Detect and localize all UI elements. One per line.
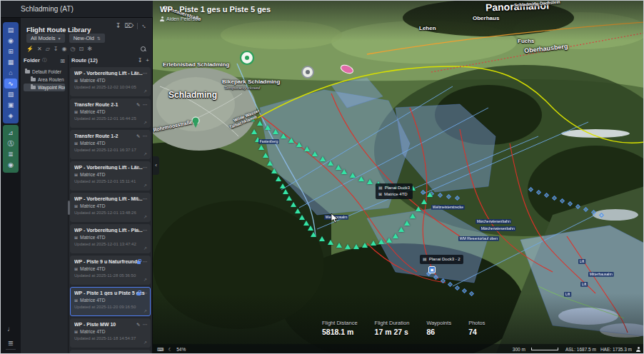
waypoint-marker[interactable] bbox=[319, 236, 325, 241]
pilots-icon[interactable]: ◉ bbox=[4, 36, 17, 46]
report-icon[interactable]: ≣ bbox=[4, 149, 17, 159]
waypoint-marker[interactable] bbox=[358, 176, 364, 181]
waypoint-marker[interactable] bbox=[280, 183, 286, 188]
filter-clock-icon[interactable]: ◷ bbox=[71, 46, 76, 52]
filter-download-icon[interactable]: ↧ bbox=[54, 46, 59, 52]
waypoint-marker[interactable] bbox=[398, 227, 404, 232]
filter-frame-icon[interactable]: ⊡ bbox=[79, 46, 84, 52]
more-icon[interactable]: ⋯ bbox=[143, 290, 148, 296]
waypoint-marker[interactable] bbox=[328, 240, 333, 245]
waypoint-marker[interactable] bbox=[273, 129, 278, 134]
more-icon[interactable]: ⋯ bbox=[143, 71, 148, 76]
search-icon[interactable] bbox=[141, 46, 146, 52]
edit-icon[interactable]: ✎ bbox=[136, 228, 140, 233]
share-icon[interactable]: ↗ bbox=[144, 120, 147, 125]
route-card[interactable]: WP - Vorbereitung Lift - Mit...✎⋯⊠Matric… bbox=[70, 193, 151, 222]
panel-collapse-handle[interactable]: ‹ bbox=[153, 156, 159, 175]
map-viewport[interactable]: WP - Piste 1 ges u Piste 5 ges Aiden Pet… bbox=[153, 1, 644, 354]
import-route-icon[interactable]: ↧ bbox=[138, 57, 143, 64]
folder-tree-item[interactable]: Waypoint Routen bbox=[24, 84, 65, 91]
edit-icon[interactable]: ✎ bbox=[136, 196, 140, 202]
route-card[interactable]: WP - Vorbereitung Lift - Lär...✎⋯⊠Matric… bbox=[70, 67, 151, 96]
more-icon[interactable]: ⋯ bbox=[143, 322, 148, 328]
folder-tree-item[interactable]: Area Routen bbox=[24, 76, 65, 84]
waypoint-marker[interactable] bbox=[308, 226, 313, 231]
route-card[interactable]: Transfer Route 1-2✎⋯⊠Matrice 4TDUpdated … bbox=[70, 130, 151, 159]
share-icon[interactable]: ↗ bbox=[144, 246, 147, 251]
share-icon[interactable]: ↗ bbox=[144, 88, 147, 93]
waypoint-marker[interactable] bbox=[304, 146, 310, 151]
waypoint-marker[interactable] bbox=[328, 161, 333, 166]
overview-icon[interactable]: ▤ bbox=[4, 25, 17, 35]
waypoint-marker[interactable] bbox=[367, 179, 373, 184]
waypoint-marker[interactable] bbox=[291, 202, 296, 207]
filter-gear-icon[interactable]: ✻ bbox=[87, 46, 92, 52]
waypoint-marker[interactable] bbox=[263, 153, 268, 158]
share-icon[interactable]: ↗ bbox=[144, 214, 147, 219]
waypoint-marker[interactable] bbox=[257, 121, 263, 126]
flight-route-icon[interactable]: ∿ bbox=[4, 79, 17, 88]
route-card[interactable]: WP - Vorbereitung Lift - Pla...✎⋯⊠Matric… bbox=[70, 224, 151, 253]
member-icon[interactable]: ◉ bbox=[4, 160, 17, 170]
waypoint-marker[interactable] bbox=[416, 206, 421, 211]
waypoint-marker[interactable] bbox=[303, 221, 309, 226]
waypoint-marker[interactable] bbox=[345, 244, 351, 249]
edit-icon[interactable]: ✎ bbox=[136, 322, 140, 328]
automation-icon[interactable]: Ⓐ bbox=[4, 138, 17, 148]
waypoint-marker[interactable] bbox=[362, 243, 368, 248]
model-filter-dropdown[interactable]: All Models ▾ bbox=[26, 34, 65, 43]
waypoint-marker[interactable] bbox=[283, 189, 288, 194]
more-icon[interactable]: ⋯ bbox=[143, 259, 148, 265]
filter-folder-icon[interactable]: ▱ bbox=[46, 46, 50, 52]
waypoint-marker[interactable] bbox=[251, 129, 257, 134]
route-card[interactable]: Transfer Route 2-1✎⋯⊠Matrice 4TDUpdated … bbox=[70, 98, 151, 128]
waypoint-marker[interactable] bbox=[410, 213, 416, 218]
add-route-icon[interactable]: + bbox=[146, 57, 149, 64]
edit-icon[interactable]: ✎ bbox=[136, 71, 140, 76]
waypoint-marker[interactable] bbox=[386, 238, 392, 243]
waypoint-marker[interactable] bbox=[312, 151, 318, 156]
waypoint-marker[interactable] bbox=[336, 243, 342, 248]
waypoint-marker[interactable] bbox=[371, 241, 376, 246]
organization-icon[interactable]: ⌂ bbox=[4, 68, 17, 78]
more-icon[interactable]: ⋯ bbox=[143, 196, 148, 202]
waypoint-marker[interactable] bbox=[404, 221, 410, 226]
edit-icon[interactable]: ✎ bbox=[136, 102, 140, 108]
waypoint-marker[interactable] bbox=[336, 165, 341, 170]
analytics-icon[interactable]: ⊿ bbox=[4, 128, 17, 138]
waypoint-marker[interactable] bbox=[276, 176, 281, 181]
waypoint-marker[interactable] bbox=[288, 138, 294, 143]
share-icon[interactable]: ↗ bbox=[144, 340, 147, 345]
more-icon[interactable]: ⋯ bbox=[143, 133, 148, 139]
waypoint-marker[interactable] bbox=[353, 244, 359, 249]
route-card[interactable]: WP - Piste 9 u Naturfreunde⋯⊠Matrice 4TD… bbox=[70, 256, 151, 285]
waypoint-marker[interactable] bbox=[295, 208, 301, 213]
sort-order-dropdown[interactable]: New-Old ⇅ bbox=[69, 34, 105, 43]
devices-icon[interactable]: ▦ bbox=[4, 57, 17, 67]
filter-user-icon[interactable]: ◉ bbox=[62, 46, 67, 52]
filter-close-icon[interactable]: ✕ bbox=[37, 46, 42, 52]
waypoint-marker[interactable] bbox=[258, 145, 264, 150]
task-plan-icon[interactable]: ▧ bbox=[4, 89, 17, 99]
route-card[interactable]: WP - Piste 1 ges u Piste 5 ges⋯⊠Matrice … bbox=[70, 287, 151, 316]
route-card[interactable]: WP - Piste MW 10✎⋯⊠Matrice 4TDUpdated at… bbox=[70, 318, 151, 348]
share-icon[interactable]: ↗ bbox=[144, 151, 147, 156]
more-icon[interactable]: ⋯ bbox=[143, 165, 148, 171]
waypoint-marker[interactable] bbox=[427, 192, 433, 197]
waypoint-marker[interactable] bbox=[286, 196, 292, 201]
edit-icon[interactable]: ✎ bbox=[136, 133, 140, 139]
share-icon[interactable]: ↗ bbox=[144, 277, 147, 282]
more-icon[interactable]: ⋯ bbox=[143, 228, 148, 233]
model-icon[interactable]: ◈ bbox=[4, 111, 17, 121]
waypoint-marker[interactable] bbox=[341, 169, 347, 174]
route-card[interactable]: WP - Piste 9 zum Piste 9 d...⋯⊠Matrice 4… bbox=[70, 350, 151, 353]
expand-icon[interactable]: ↔ bbox=[140, 21, 149, 30]
waypoint-marker[interactable] bbox=[296, 142, 302, 147]
waypoint-marker[interactable] bbox=[421, 199, 427, 204]
add-folder-icon[interactable]: ⊞ bbox=[60, 58, 65, 64]
waypoint-marker[interactable] bbox=[299, 215, 305, 220]
waypoint-marker[interactable] bbox=[350, 173, 356, 178]
route-card[interactable]: WP - Vorbereitung Lift - Lär...✎⋯⊠Matric… bbox=[70, 161, 151, 191]
more-icon[interactable]: ⋯ bbox=[143, 102, 148, 108]
waypoint-marker[interactable] bbox=[267, 161, 273, 166]
